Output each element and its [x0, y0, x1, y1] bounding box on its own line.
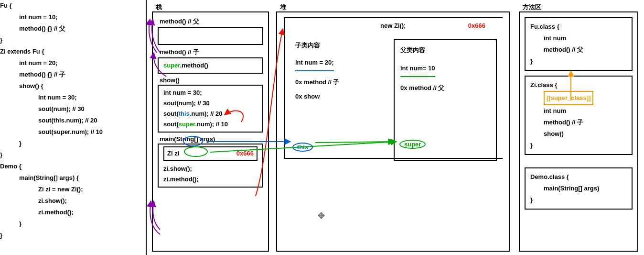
stack-frame-label: method() // 子	[160, 48, 268, 56]
field: 0x show	[295, 89, 339, 104]
method-area-title: 方法区	[523, 3, 541, 11]
field: int num= 10	[400, 61, 435, 77]
text: zi.show();	[163, 164, 258, 174]
src-line: Fu {	[0, 0, 131, 11]
heap-object-title: new Zi();	[380, 22, 406, 29]
src-line: Zi extends Fu {	[0, 46, 131, 57]
heap-object: new Zi(); 0x666 子类内容 int num = 20; 0x me…	[284, 17, 503, 159]
stack-frame-body: int num = 30; sout(num); // 30 sout(this…	[158, 85, 263, 133]
src-line: sout(this.num); // 20	[0, 115, 131, 126]
keyword-super: super.	[179, 121, 197, 128]
super-class-tag: [[super_class]]	[544, 91, 593, 105]
var-address: 0x666	[236, 148, 254, 159]
this-badge: this	[292, 143, 313, 152]
stack-frame-label: method() // 父	[160, 17, 268, 26]
keyword-super: super	[163, 62, 180, 69]
text: int num	[530, 33, 627, 44]
heap-object-address: 0x666	[468, 22, 485, 29]
src-line: }	[0, 230, 131, 241]
heap-panel: new Zi(); 0x666 子类内容 int num = 20; 0x me…	[276, 11, 510, 252]
super-badge: super	[399, 140, 426, 149]
heap-title: 堆	[280, 3, 286, 11]
text: method() // 父	[530, 44, 627, 55]
src-line: zi.show();	[0, 195, 131, 207]
text: int num = 30;	[163, 88, 258, 98]
stack-frame-body: super.method()	[158, 57, 263, 74]
stack-frame-body	[158, 27, 263, 45]
src-line: zi.method();	[0, 207, 131, 218]
text: sout(this.num); // 20	[163, 109, 258, 119]
field: 0x method // 父	[400, 81, 490, 95]
src-line: main(String[] args) {	[0, 172, 131, 184]
text: Fu.class {	[530, 21, 627, 33]
stack-panel: method() // 父 method() // 子 super.method…	[152, 11, 269, 252]
text: sout(	[163, 110, 179, 117]
cursor-icon: ✥	[318, 211, 325, 221]
text: zi.method();	[163, 174, 258, 185]
text: sout(super.num); // 10	[163, 119, 258, 130]
text: }	[530, 140, 627, 151]
text: }	[530, 194, 627, 206]
stack-var-box: Zi zi 0x666	[163, 146, 258, 161]
class-box-fu: Fu.class { int num method() // 父 }	[525, 17, 633, 71]
src-line: }	[0, 138, 131, 149]
stack-title: 栈	[156, 3, 162, 11]
text: sout(num); // 30	[163, 98, 258, 109]
text: num); // 20	[192, 110, 223, 117]
stack-frame-label: show()	[160, 77, 268, 84]
src-line: }	[0, 218, 131, 230]
src-line: Demo {	[0, 161, 131, 172]
src-line: sout(super.num); // 10	[0, 126, 131, 138]
text: method() // 子	[530, 117, 627, 128]
var-name: Zi zi	[167, 148, 179, 159]
src-line: method() {} // 子	[0, 69, 131, 80]
text: int num	[530, 105, 627, 117]
stack-frame-label: main(String[] args)	[160, 135, 268, 143]
src-line: sout(num); // 30	[0, 103, 131, 115]
src-line: }	[0, 149, 131, 161]
text: main(String[] args)	[530, 183, 627, 194]
field: 0x method // 子	[295, 75, 339, 89]
src-line: int num = 30;	[0, 92, 131, 103]
heap-parent-label: 父类内容	[400, 43, 490, 57]
src-line: method() {} // 父	[0, 23, 131, 34]
text: sout(	[163, 121, 179, 128]
text: }	[530, 55, 627, 67]
class-box-demo: Demo.class { main(String[] args) }	[525, 167, 633, 210]
source-code: Fu { int num = 10; method() {} // 父 } Zi…	[0, 0, 131, 241]
method-area-panel: Fu.class { int num method() // 父 } Zi.cl…	[519, 11, 638, 252]
text: Zi.class {	[530, 79, 627, 91]
heap-child-label: 子类内容	[295, 41, 320, 50]
field: int num = 20;	[295, 55, 334, 71]
text: show()	[530, 128, 627, 140]
text: .method()	[180, 62, 208, 69]
class-box-zi: Zi.class { [[super_class]] int num metho…	[525, 76, 633, 155]
stack-frame-body: Zi zi 0x666 zi.show(); zi.method();	[158, 144, 263, 188]
text: Demo.class {	[530, 171, 627, 183]
text: num); // 10	[197, 121, 228, 128]
heap-child-content: int num = 20; 0x method // 子 0x show	[295, 55, 339, 104]
src-line: show() {	[0, 80, 131, 92]
keyword-this: this.	[179, 110, 192, 117]
src-line: int num = 10;	[0, 11, 131, 23]
src-line: int num = 20;	[0, 57, 131, 69]
src-line: Zi zi = new Zi();	[0, 184, 131, 195]
src-line: }	[0, 34, 131, 46]
divider	[146, 0, 147, 255]
